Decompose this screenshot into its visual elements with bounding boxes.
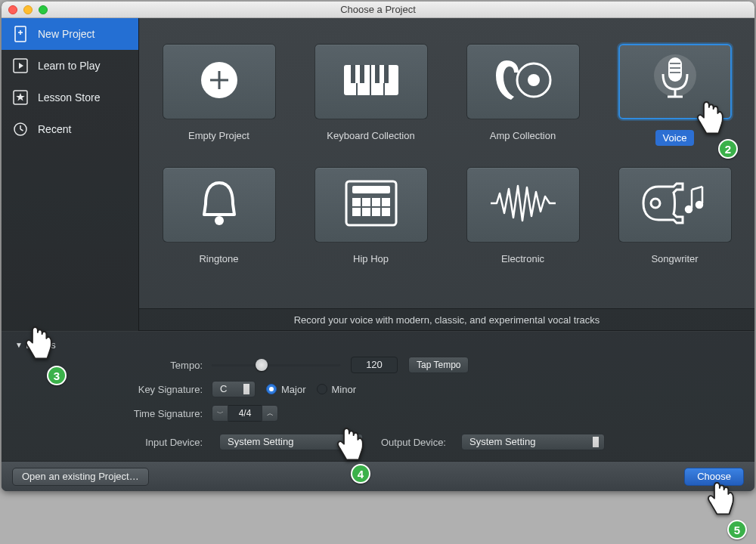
time-signature-label: Time Signature: (15, 408, 212, 419)
template-hip-hop[interactable]: Hip Hop (306, 167, 435, 264)
svg-point-41 (651, 199, 660, 208)
svg-point-45 (696, 202, 702, 208)
annotation-badge-5: 5 (727, 520, 747, 539)
output-device-select[interactable]: System Setting ▲▼ (461, 434, 605, 450)
updown-icon: ▲▼ (352, 436, 358, 448)
sidebar: New Project Learn to Play Lesson Store R… (2, 18, 139, 331)
svg-rect-32 (352, 186, 390, 193)
sidebar-item-recent[interactable]: Recent (2, 113, 138, 145)
output-device-value: System Setting (469, 434, 535, 450)
template-label: Ringtone (199, 253, 238, 264)
star-box-icon (12, 89, 29, 106)
template-voice[interactable]: Voice (610, 44, 739, 146)
time-signature-value: 4/4 (228, 405, 262, 422)
updown-icon: ▲▼ (593, 436, 600, 448)
svg-point-22 (528, 74, 540, 86)
template-ringtone[interactable]: Ringtone (154, 167, 284, 264)
details-disclosure[interactable]: ▼ Details (15, 339, 741, 351)
sidebar-item-label: New Project (38, 28, 94, 40)
key-signature-label: Key Signature: (15, 384, 212, 395)
drum-machine-icon (345, 180, 398, 230)
sidebar-item-new-project[interactable]: New Project (2, 18, 138, 50)
sidebar-item-label: Recent (38, 123, 71, 135)
major-label: Major (281, 384, 306, 395)
disclosure-triangle-icon: ▼ (15, 341, 23, 349)
minor-label: Minor (332, 384, 357, 395)
template-grid: Empty Project Keyboard Collection (139, 18, 754, 308)
tempo-slider[interactable] (212, 358, 340, 372)
svg-rect-15 (360, 65, 364, 83)
microphone-icon (652, 53, 698, 110)
template-electronic[interactable]: Electronic (458, 167, 587, 264)
svg-rect-17 (384, 65, 389, 83)
svg-rect-34 (362, 198, 370, 206)
template-label: Hip Hop (353, 253, 389, 264)
radio-icon (317, 384, 327, 394)
sidebar-item-lesson-store[interactable]: Lesson Store (2, 82, 138, 113)
input-device-value: System Setting (228, 434, 293, 450)
bell-icon (197, 178, 242, 231)
key-select[interactable]: C ▲▼ (212, 381, 256, 397)
body: New Project Learn to Play Lesson Store R… (2, 18, 754, 331)
updown-icon: ▲▼ (244, 383, 250, 395)
tempo-field[interactable]: 120 (351, 357, 398, 373)
template-label: Electronic (501, 253, 544, 264)
project-chooser-window: Choose a Project New Project Learn to Pl… (2, 2, 754, 491)
key-value: C (220, 382, 227, 397)
svg-rect-33 (352, 198, 361, 206)
template-description: Record your voice with modern, classic, … (139, 308, 754, 331)
svg-marker-4 (19, 63, 23, 69)
details-panel: ▼ Details Tempo: 120 Tap Tempo Key Signa… (2, 331, 754, 461)
template-songwriter[interactable]: Songwriter (610, 167, 739, 264)
main-pane: Empty Project Keyboard Collection (139, 18, 754, 331)
template-label: Amp Collection (490, 130, 556, 141)
template-label: Songwriter (651, 253, 698, 264)
guitar-amp-icon (491, 57, 555, 106)
template-keyboard-collection[interactable]: Keyboard Collection (306, 44, 435, 146)
details-label: Details (26, 339, 56, 351)
window-title: Choose a Project (2, 4, 754, 15)
stepper-down-icon[interactable]: ﹀ (212, 405, 228, 422)
svg-point-30 (215, 216, 224, 225)
svg-rect-39 (372, 208, 380, 216)
minor-radio[interactable]: Minor (317, 384, 357, 395)
svg-rect-24 (668, 57, 682, 82)
svg-rect-14 (351, 65, 355, 83)
svg-rect-35 (372, 198, 380, 206)
clock-icon (12, 121, 29, 138)
choose-button[interactable]: Choose (684, 468, 744, 486)
guitar-notes-icon (639, 181, 711, 229)
tap-tempo-button[interactable]: Tap Tempo (408, 357, 469, 373)
svg-rect-37 (352, 208, 361, 216)
sidebar-item-learn-to-play[interactable]: Learn to Play (2, 50, 138, 82)
template-label: Empty Project (188, 130, 249, 141)
svg-line-9 (20, 129, 23, 131)
template-amp-collection[interactable]: Amp Collection (458, 44, 587, 146)
svg-rect-38 (362, 208, 370, 216)
template-label: Voice (655, 130, 695, 146)
radio-icon (266, 384, 277, 394)
svg-rect-40 (382, 208, 390, 216)
template-empty-project[interactable]: Empty Project (154, 44, 284, 146)
footer: Open an existing Project… Choose (2, 461, 754, 491)
svg-rect-16 (375, 65, 380, 83)
open-existing-button[interactable]: Open an existing Project… (12, 468, 149, 486)
svg-rect-36 (382, 198, 390, 206)
time-signature-stepper[interactable]: ﹀ 4/4 ︿ (212, 405, 278, 422)
sidebar-item-label: Learn to Play (38, 60, 101, 72)
stepper-up-icon[interactable]: ︿ (262, 405, 278, 422)
major-radio[interactable]: Major (266, 384, 306, 395)
document-plus-icon (12, 26, 29, 42)
svg-marker-6 (16, 93, 24, 101)
learn-play-icon (12, 57, 29, 74)
titlebar: Choose a Project (2, 2, 754, 18)
output-device-label: Output Device: (370, 437, 454, 448)
svg-point-43 (686, 206, 692, 212)
waveform-icon (489, 184, 557, 225)
sidebar-item-label: Lesson Store (38, 91, 101, 104)
input-device-label: Input Device: (15, 437, 212, 448)
keyboard-icon (343, 62, 399, 101)
svg-line-46 (692, 187, 702, 190)
tempo-label: Tempo: (15, 360, 212, 371)
input-device-select[interactable]: System Setting ▲▼ (219, 434, 363, 450)
